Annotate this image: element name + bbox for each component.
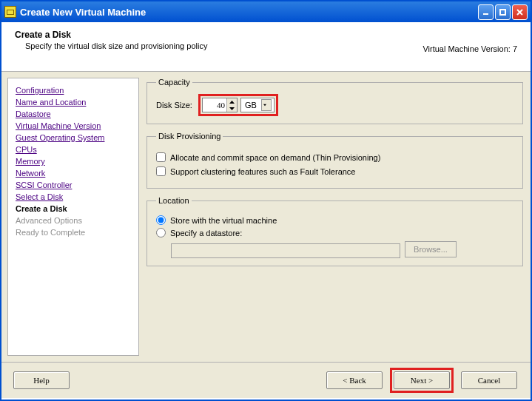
help-button[interactable]: Help <box>13 371 70 389</box>
svg-rect-3 <box>500 10 505 15</box>
thin-provisioning-checkbox[interactable] <box>156 152 166 162</box>
vm-version-label: Virtual Machine Version: 7 <box>422 44 517 53</box>
sidebar-item-cpus[interactable]: CPUs <box>16 144 131 155</box>
wizard-footer: Help < Back Next > Cancel <box>1 362 531 398</box>
disk-size-input[interactable] <box>203 98 226 112</box>
capacity-legend: Capacity <box>156 78 192 87</box>
capacity-group: Capacity Disk Size: GB <box>147 78 523 124</box>
disk-size-spinner[interactable] <box>202 98 238 112</box>
provisioning-legend: Disk Provisioning <box>156 132 223 141</box>
cancel-button[interactable]: Cancel <box>461 371 517 389</box>
svg-marker-6 <box>229 101 235 104</box>
main-panel: Capacity Disk Size: GB <box>142 72 531 362</box>
datastore-path-input <box>171 243 400 258</box>
store-with-vm-radio[interactable] <box>156 215 166 225</box>
disk-size-highlight: GB <box>198 94 278 116</box>
sidebar-item-vm-version[interactable]: Virtual Machine Version <box>16 120 131 132</box>
store-with-vm-label: Store with the virtual machine <box>170 216 277 225</box>
wizard-steps-sidebar: Configuration Name and Location Datastor… <box>7 78 139 356</box>
next-button-highlight: Next > <box>390 368 454 393</box>
titlebar: Create New Virtual Machine <box>1 1 531 22</box>
fault-tolerance-label: Support clustering features such as Faul… <box>170 167 356 176</box>
minimize-button[interactable] <box>478 4 494 20</box>
next-button[interactable]: Next > <box>394 371 450 389</box>
location-group: Location Store with the virtual machine … <box>147 196 523 266</box>
disk-size-unit-select[interactable]: GB <box>240 98 275 112</box>
titlebar-title: Create New Virtual Machine <box>20 7 478 18</box>
provisioning-group: Disk Provisioning Allocate and commit sp… <box>147 132 523 189</box>
sidebar-item-configuration[interactable]: Configuration <box>16 84 131 96</box>
fault-tolerance-checkbox[interactable] <box>156 166 166 176</box>
sidebar-item-name-location[interactable]: Name and Location <box>16 96 131 108</box>
sidebar-item-network[interactable]: Network <box>16 167 131 179</box>
svg-marker-7 <box>229 107 235 110</box>
sidebar-item-datastore[interactable]: Datastore <box>16 108 131 120</box>
spinner-up-icon[interactable] <box>227 98 237 105</box>
chevron-down-icon[interactable] <box>261 99 272 111</box>
svg-rect-1 <box>7 10 13 14</box>
sidebar-item-advanced: Advanced Options <box>16 215 131 226</box>
app-icon <box>4 6 16 18</box>
location-legend: Location <box>156 196 192 205</box>
close-button[interactable] <box>512 4 528 20</box>
sidebar-item-select-disk[interactable]: Select a Disk <box>16 191 131 203</box>
thin-provisioning-label: Allocate and commit space on demand (Thi… <box>170 153 380 162</box>
specify-datastore-radio[interactable] <box>156 228 166 237</box>
svg-marker-8 <box>263 104 266 106</box>
sidebar-item-memory[interactable]: Memory <box>16 155 131 167</box>
sidebar-item-scsi[interactable]: SCSI Controller <box>16 179 131 191</box>
maximize-button[interactable] <box>495 4 511 20</box>
wizard-header: Create a Disk Specify the virtual disk s… <box>1 22 531 71</box>
spinner-down-icon[interactable] <box>227 105 237 112</box>
back-button[interactable]: < Back <box>326 371 383 389</box>
browse-button: Browse... <box>405 241 457 257</box>
page-title: Create a Disk <box>15 30 517 40</box>
specify-datastore-label: Specify a datastore: <box>170 229 242 237</box>
disk-size-label: Disk Size: <box>156 101 192 109</box>
sidebar-item-create-disk[interactable]: Create a Disk <box>16 203 131 215</box>
sidebar-item-ready: Ready to Complete <box>16 226 131 238</box>
sidebar-item-guest-os[interactable]: Guest Operating System <box>16 132 131 144</box>
disk-size-unit-value: GB <box>243 101 261 109</box>
